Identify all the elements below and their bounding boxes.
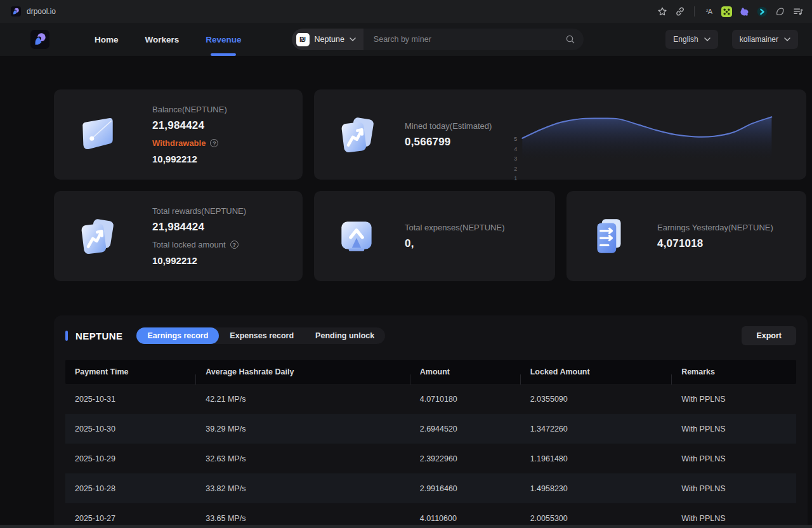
nav-item-label: Home bbox=[95, 35, 119, 44]
remarks-cell: With PPLNS bbox=[672, 514, 796, 523]
revenue-page: Balance(NEPTUNE) 21,984424 Withdrawable … bbox=[0, 56, 812, 528]
total-locked-text: Total locked amount bbox=[152, 240, 226, 249]
y-tick-label: 2 bbox=[514, 165, 517, 173]
account-name: koliamainer bbox=[740, 35, 778, 44]
amount-cell: 4.0710180 bbox=[410, 395, 521, 404]
export-button[interactable]: Export bbox=[742, 326, 796, 345]
extension-bird-outline-icon[interactable] bbox=[775, 6, 785, 17]
total-expenses-stack: Total expenses(NEPTUNE) 0, bbox=[405, 223, 505, 250]
chevron-down-icon bbox=[784, 37, 790, 41]
mined-today-stack: Mined today(Estimated) 0,566799 bbox=[405, 121, 492, 148]
browser-bar-divider bbox=[694, 6, 695, 16]
table-row: 2025-10-29 32.63 MP/s 2.3922960 1.196148… bbox=[65, 444, 796, 473]
nav-item-home[interactable]: Home bbox=[81, 23, 132, 56]
extension-grid-green-icon[interactable] bbox=[721, 6, 732, 17]
y-tick-label: 3 bbox=[514, 155, 517, 162]
miner-search-bar: ₪ Neptune bbox=[292, 29, 584, 50]
nav-item-revenue[interactable]: Revenue bbox=[192, 23, 254, 56]
earnings-yesterday-stack: Earnings Yesterday(NEPTUNE) 4,071018 bbox=[657, 223, 773, 250]
y-tick-label: 5 bbox=[514, 135, 517, 143]
wallet-icon bbox=[75, 112, 119, 157]
chevron-down-icon bbox=[704, 37, 710, 41]
help-icon[interactable]: ? bbox=[230, 241, 239, 249]
mined-today-value: 0,566799 bbox=[405, 136, 492, 148]
bottom-edge-strip bbox=[0, 525, 812, 528]
playlist-icon[interactable] bbox=[792, 6, 803, 17]
tab-label: Earnings record bbox=[147, 331, 208, 340]
remarks-cell: With PPLNS bbox=[672, 484, 796, 493]
total-rewards-card: Total rewards(NEPTUNE) 21,984424 Total l… bbox=[54, 191, 303, 281]
total-rewards-value: 21,984424 bbox=[152, 221, 246, 234]
total-expenses-label: Total expenses(NEPTUNE) bbox=[405, 223, 505, 232]
tab-earnings-record[interactable]: Earnings record bbox=[136, 327, 219, 344]
nav-item-label: Workers bbox=[145, 35, 180, 44]
remarks-cell: With PPLNS bbox=[672, 395, 796, 404]
locked-amount-cell: 2.0055300 bbox=[521, 514, 672, 523]
mined-today-chart: 54321 bbox=[508, 102, 776, 163]
trend-doc-icon bbox=[335, 112, 379, 157]
col-remarks: Remarks bbox=[672, 367, 796, 376]
browser-actions: ᶻA bbox=[657, 6, 803, 17]
remarks-cell: With PPLNS bbox=[672, 454, 796, 463]
browser-tab[interactable]: drpool.io bbox=[9, 4, 62, 20]
translate-icon[interactable]: ᶻA bbox=[704, 6, 714, 17]
earnings-yesterday-value: 4,071018 bbox=[657, 237, 773, 250]
tab-expenses-record[interactable]: Expenses record bbox=[219, 327, 304, 344]
withdrawable-text: Withdrawable bbox=[152, 138, 206, 148]
currency-selector-label: Neptune bbox=[315, 35, 344, 44]
area-chart bbox=[518, 102, 776, 163]
payment-time-cell: 2025-10-27 bbox=[65, 514, 196, 523]
main-navbar: Home Workers Revenue ₪ Neptune English k… bbox=[0, 23, 812, 56]
hashrate-cell: 39.29 MP/s bbox=[196, 425, 410, 433]
amount-cell: 2.6944520 bbox=[410, 425, 521, 433]
language-label: English bbox=[673, 35, 698, 44]
payment-time-cell: 2025-10-31 bbox=[65, 395, 196, 404]
record-tabs: Earnings record Expenses record Pending … bbox=[136, 327, 385, 344]
withdrawable-label: Withdrawable ? bbox=[152, 138, 227, 148]
records-panel: NEPTUNE Earnings record Expenses record … bbox=[54, 315, 808, 528]
extension-arrow-teal-icon[interactable] bbox=[757, 6, 768, 17]
amount-cell: 4.0110600 bbox=[410, 514, 521, 523]
col-locked-amount: Locked Amount bbox=[521, 367, 672, 376]
total-rewards-stack: Total rewards(NEPTUNE) 21,984424 Total l… bbox=[152, 206, 246, 266]
search-input[interactable] bbox=[363, 35, 565, 44]
ledger-doc-icon bbox=[587, 214, 632, 258]
total-locked-value: 10,992212 bbox=[152, 255, 246, 266]
copy-link-icon[interactable] bbox=[674, 6, 685, 17]
extension-rabbit-purple-icon[interactable] bbox=[739, 6, 750, 17]
tab-pending-unlock[interactable]: Pending unlock bbox=[304, 327, 385, 344]
table-row: 2025-10-28 33.82 MP/s 2.9916460 1.495823… bbox=[65, 473, 796, 503]
hashrate-cell: 42.21 MP/s bbox=[196, 395, 410, 404]
nav-links: Home Workers Revenue bbox=[81, 23, 255, 56]
account-menu[interactable]: koliamainer bbox=[732, 30, 798, 49]
table-row: 2025-10-30 39.29 MP/s 2.6944520 1.347226… bbox=[65, 414, 796, 444]
hashrate-cell: 33.65 MP/s bbox=[196, 514, 410, 523]
search-icon[interactable] bbox=[565, 34, 575, 44]
col-payment-time: Payment Time bbox=[65, 367, 196, 376]
total-expenses-card: Total expenses(NEPTUNE) 0, bbox=[314, 191, 555, 281]
drpool-logo[interactable] bbox=[30, 30, 49, 49]
table-row: 2025-10-31 42.21 MP/s 4.0710180 2.035509… bbox=[65, 384, 796, 414]
payment-time-cell: 2025-10-28 bbox=[65, 484, 196, 493]
upload-board-icon bbox=[335, 214, 379, 258]
col-average-hashrate: Average Hashrate Daily bbox=[196, 367, 410, 376]
total-locked-label: Total locked amount ? bbox=[152, 240, 246, 249]
accent-bar bbox=[65, 331, 68, 341]
locked-amount-cell: 1.4958230 bbox=[521, 484, 672, 493]
help-icon[interactable]: ? bbox=[210, 139, 218, 147]
language-selector[interactable]: English bbox=[665, 30, 717, 49]
table-header: Payment Time Average Hashrate Daily Amou… bbox=[65, 360, 796, 384]
neptune-coin-icon: ₪ bbox=[296, 33, 310, 46]
payment-time-cell: 2025-10-30 bbox=[65, 425, 196, 433]
hashrate-cell: 33.82 MP/s bbox=[196, 484, 410, 493]
bookmark-star-icon[interactable] bbox=[657, 6, 667, 17]
nav-item-workers[interactable]: Workers bbox=[132, 23, 193, 56]
tab-label: Expenses record bbox=[230, 331, 294, 340]
earnings-yesterday-label: Earnings Yesterday(NEPTUNE) bbox=[657, 223, 773, 232]
balance-label: Balance(NEPTUNE) bbox=[152, 105, 227, 114]
nav-right: English koliamainer bbox=[665, 30, 798, 49]
locked-amount-cell: 1.1961480 bbox=[521, 454, 672, 463]
total-expenses-value: 0, bbox=[405, 237, 505, 250]
drpool-favicon bbox=[10, 6, 21, 17]
currency-selector[interactable]: ₪ Neptune bbox=[292, 29, 363, 50]
